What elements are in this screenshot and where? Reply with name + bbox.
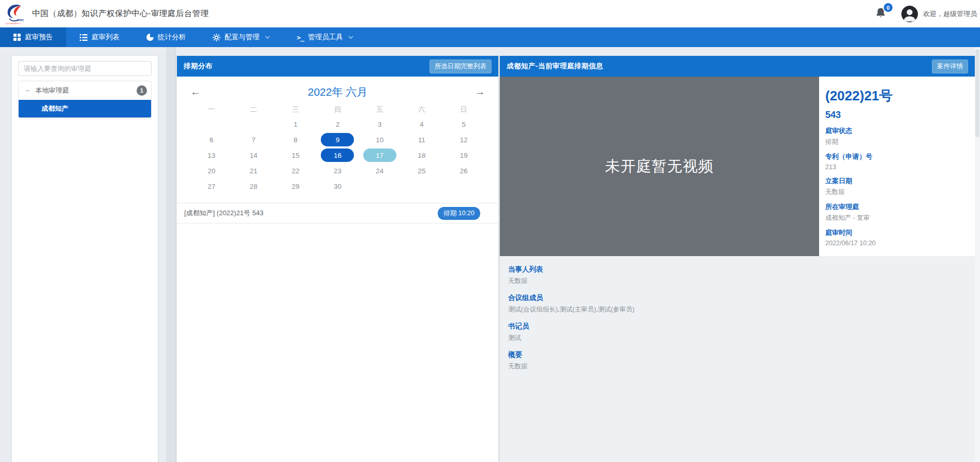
calendar-day[interactable]: 2	[321, 117, 354, 131]
sidebar-scrollbar[interactable]	[167, 47, 176, 462]
case-detail-button[interactable]: 案件详情	[932, 59, 968, 73]
field-value: 排期	[825, 138, 968, 146]
calendar-day[interactable]: 28	[237, 180, 270, 193]
grid-icon	[13, 34, 21, 41]
notifications-button[interactable]: 0	[875, 7, 886, 21]
weekday-label: 三	[292, 105, 299, 114]
tab-trial-list[interactable]: 庭审列表	[66, 27, 133, 47]
calendar-day[interactable]: 10	[363, 133, 396, 146]
case-extra-info: 当事人列表无数据 合议组成员测试(合议组组长),测试(主审员),测试(参审员) …	[500, 256, 975, 371]
calendar-day[interactable]: 23	[321, 164, 354, 177]
calendar-day[interactable]: 30	[321, 180, 354, 193]
field-value: 2022/06/17 10:20	[825, 240, 968, 247]
event-time-badge: 排期 10:20	[438, 207, 480, 220]
svg-text:IPPC: IPPC	[17, 19, 24, 22]
field-label: 合议组成员	[508, 293, 967, 303]
field-label: 庭审时间	[825, 228, 968, 237]
calendar-day[interactable]: 6	[195, 133, 228, 146]
calendar-week-row: 13 14 15 16 17 18 19	[190, 147, 485, 163]
search-input[interactable]	[18, 61, 152, 76]
calendar-day[interactable]	[363, 180, 396, 193]
calendar-day[interactable]: 3	[363, 117, 396, 131]
calendar-day[interactable]: 20	[195, 164, 228, 177]
video-area: 未开庭暂无视频	[500, 77, 819, 256]
list-icon	[80, 34, 87, 41]
nav-tab-label: 庭审预告	[25, 33, 53, 42]
collapse-icon[interactable]: −	[25, 86, 29, 95]
field-label: 概要	[508, 350, 967, 360]
weekday-label: 四	[334, 105, 341, 114]
calendar-day[interactable]: 11	[405, 133, 438, 146]
welcome-text: 欢迎，超级管理员	[923, 9, 977, 19]
field-value: 测试	[508, 334, 967, 342]
calendar-week-row: 1 2 3 4 5	[190, 116, 485, 132]
tab-admin-tools[interactable]: >_ 管理员工具	[284, 27, 367, 47]
weekday-label: 日	[461, 105, 468, 114]
tree-item-court[interactable]: 成都知产	[19, 100, 151, 117]
field-value: 成都知产 - 复审	[825, 214, 968, 222]
nav-tab-label: 配置与管理	[225, 33, 260, 42]
main-nav: 庭审预告 庭审列表 统计分析 配置与管理 >_ 管理员工具	[0, 27, 980, 47]
svg-text:知识产权保护中心: 知识产权保护中心	[6, 22, 21, 24]
weekday-label: 五	[376, 105, 383, 114]
calendar-day[interactable]: 16	[321, 148, 354, 162]
field-label: 专利（申请）号	[825, 152, 968, 161]
schedule-panel: 排期分布 所选日期完整列表 ← 2022年 六月 → 一 二 三 四 五 六 日…	[177, 56, 498, 462]
calendar-day[interactable]: 14	[237, 148, 270, 162]
tab-statistics[interactable]: 统计分析	[133, 27, 199, 47]
calendar-day[interactable]: 13	[195, 148, 228, 162]
field-value: 无数据	[508, 362, 967, 371]
calendar-day[interactable]: 17	[363, 148, 396, 162]
calendar-day[interactable]	[447, 180, 480, 193]
tab-trial-preview[interactable]: 庭审预告	[0, 27, 66, 47]
chevron-down-icon	[265, 36, 270, 39]
schedule-event-row[interactable]: [成都知产] (2022)21号 543 排期 10:20	[177, 203, 498, 223]
tab-config-management[interactable]: 配置与管理	[199, 27, 284, 47]
page-scrollbar[interactable]	[975, 47, 980, 462]
event-text: [成都知产] (2022)21号 543	[184, 208, 263, 218]
ippc-logo-icon: IPPC 知识产权保护中心	[5, 4, 24, 24]
full-date-list-button[interactable]: 所选日期完整列表	[429, 59, 492, 73]
calendar-next-icon[interactable]: →	[464, 86, 485, 98]
calendar-day[interactable]	[195, 117, 228, 131]
weekday-label: 一	[208, 105, 215, 114]
calendar-day[interactable]: 12	[447, 133, 480, 146]
detail-panel-title: 成都知产-当前审理庭排期信息	[507, 62, 603, 71]
calendar-day[interactable]: 8	[279, 133, 312, 146]
calendar-day[interactable]: 27	[195, 180, 228, 193]
schedule-panel-title: 排期分布	[184, 62, 213, 71]
calendar-day[interactable]: 18	[405, 148, 438, 162]
weekday-label: 六	[418, 105, 425, 114]
calendar-day[interactable]: 4	[405, 117, 438, 131]
calendar-day[interactable]: 26	[447, 164, 480, 177]
calendar-day[interactable]: 24	[363, 164, 396, 177]
field-label: 庭审状态	[825, 126, 968, 136]
calendar-day[interactable]: 29	[279, 180, 312, 193]
calendar-day[interactable]: 1	[279, 117, 312, 131]
field-label: 书记员	[508, 322, 967, 331]
nav-tab-label: 统计分析	[158, 33, 186, 42]
calendar-day[interactable]: 19	[447, 148, 480, 162]
calendar-prev-icon[interactable]: ←	[190, 86, 211, 98]
court-tree: − 本地审理庭 1 成都知产	[18, 81, 152, 118]
count-badge: 1	[137, 85, 147, 96]
page-title: 中国（成都）知识产权保护中心-审理庭后台管理	[32, 8, 209, 19]
calendar-day[interactable]: 7	[237, 133, 270, 146]
calendar-week-row: 20 21 22 23 24 25 26	[190, 163, 485, 178]
avatar[interactable]	[901, 6, 918, 22]
calendar-day[interactable]: 25	[405, 164, 438, 177]
calendar-day[interactable]	[405, 180, 438, 193]
calendar-day[interactable]	[237, 117, 270, 131]
calendar-day[interactable]: 21	[237, 164, 270, 177]
field-value: 无数据	[508, 277, 967, 286]
calendar-day[interactable]: 15	[279, 148, 312, 162]
calendar-day[interactable]: 5	[447, 117, 480, 131]
app-header: IPPC 知识产权保护中心 中国（成都）知识产权保护中心-审理庭后台管理 0 欢…	[0, 0, 980, 27]
calendar-week-row: 6 7 8 9 10 11 12	[190, 132, 485, 147]
calendar-day[interactable]: 22	[279, 164, 312, 177]
tree-group-local-courts[interactable]: − 本地审理庭 1	[19, 81, 151, 100]
nav-tab-label: 庭审列表	[92, 33, 120, 42]
schedule-panel-header: 排期分布 所选日期完整列表	[177, 56, 498, 77]
calendar-day[interactable]: 9	[321, 133, 354, 146]
calendar-week-row: 27 28 29 30	[190, 178, 485, 194]
